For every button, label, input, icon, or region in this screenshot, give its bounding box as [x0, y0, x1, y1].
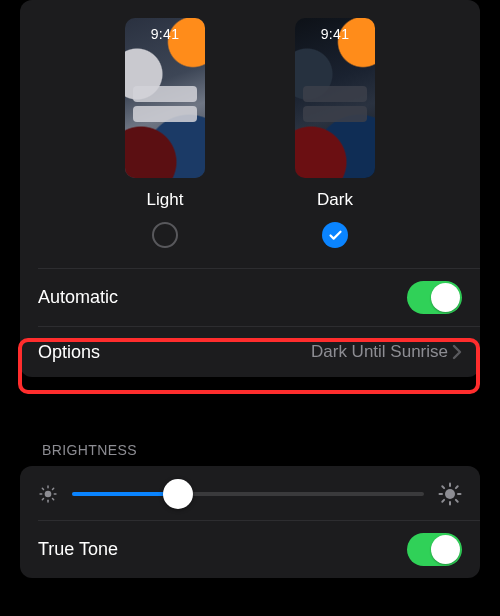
true-tone-row: True Tone	[20, 521, 480, 578]
checkmark-icon	[328, 228, 343, 243]
svg-point-0	[45, 491, 52, 498]
svg-line-6	[53, 499, 54, 500]
light-thumbnail: 9:41	[125, 18, 205, 178]
appearance-row: 9:41 Light 9:41 Dark	[20, 18, 480, 268]
brightness-high-icon	[438, 482, 462, 506]
svg-line-17	[456, 486, 458, 488]
svg-line-16	[442, 500, 444, 502]
automatic-row: Automatic	[20, 269, 480, 326]
true-tone-label: True Tone	[38, 539, 407, 560]
svg-point-9	[445, 489, 455, 499]
dark-thumbnail: 9:41	[295, 18, 375, 178]
brightness-slider-row	[20, 466, 480, 520]
light-label: Light	[147, 190, 184, 210]
true-tone-toggle[interactable]	[407, 533, 462, 566]
dark-radio[interactable]	[322, 222, 348, 248]
options-row[interactable]: Options Dark Until Sunrise	[20, 327, 480, 377]
automatic-label: Automatic	[38, 287, 407, 308]
brightness-slider-knob[interactable]	[163, 479, 193, 509]
appearance-light[interactable]: 9:41 Light	[125, 18, 205, 262]
svg-line-15	[456, 500, 458, 502]
svg-line-5	[42, 488, 43, 489]
automatic-toggle[interactable]	[407, 281, 462, 314]
options-label: Options	[38, 342, 311, 363]
brightness-header: BRIGHTNESS	[36, 442, 143, 466]
brightness-panel: True Tone	[20, 466, 480, 578]
dark-label: Dark	[317, 190, 353, 210]
light-radio[interactable]	[152, 222, 178, 248]
appearance-panel: 9:41 Light 9:41 Dark Automatic	[20, 0, 480, 377]
brightness-low-icon	[38, 484, 58, 504]
svg-line-8	[53, 488, 54, 489]
chevron-right-icon	[452, 344, 462, 360]
appearance-dark[interactable]: 9:41 Dark	[295, 18, 375, 262]
light-thumb-time: 9:41	[125, 26, 205, 42]
svg-line-7	[42, 499, 43, 500]
brightness-slider[interactable]	[72, 492, 424, 496]
options-value: Dark Until Sunrise	[311, 342, 448, 362]
svg-line-14	[442, 486, 444, 488]
dark-thumb-time: 9:41	[295, 26, 375, 42]
